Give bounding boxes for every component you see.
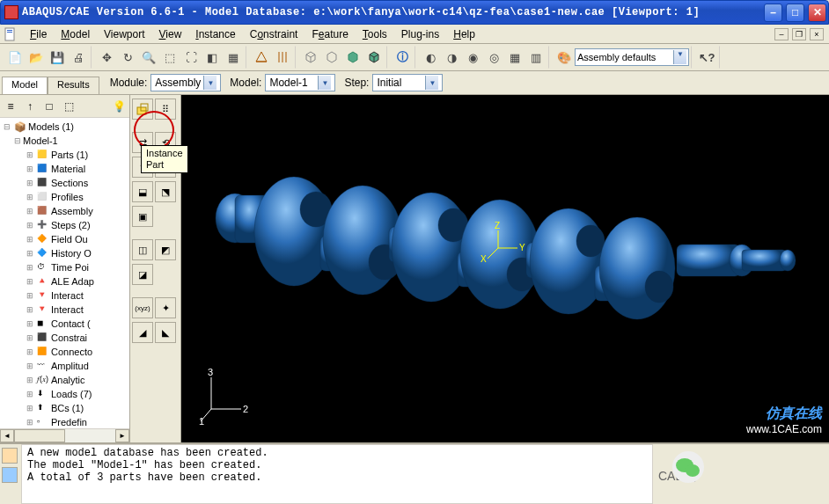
tree-item[interactable]: ⊞🟧Connecto	[0, 345, 129, 359]
tree-item[interactable]: ⊞▫Predefin	[0, 415, 129, 428]
tool-datum3[interactable]: ◢	[132, 322, 153, 343]
tool-merge[interactable]: ▣	[132, 206, 153, 227]
tab-model[interactable]: Model	[2, 77, 48, 94]
menu-file[interactable]: FFileile	[23, 26, 54, 42]
tree-item[interactable]: ⊞⏱Time Poi	[0, 260, 129, 274]
print-button[interactable]: 🖨	[69, 47, 88, 67]
msg-icon-2[interactable]	[2, 467, 18, 483]
tree-item[interactable]: ⊞➕Steps (2)	[0, 218, 129, 232]
zoom-button[interactable]: 🔍	[139, 47, 158, 67]
tool-datum-xyz[interactable]: (xyz)	[132, 297, 153, 318]
autoview-button[interactable]: ◧	[202, 47, 222, 67]
svg-point-20	[576, 225, 605, 257]
pan-button[interactable]: ✥	[97, 47, 116, 67]
tool-constraint2[interactable]: ⬓	[132, 181, 153, 202]
wire-button[interactable]	[301, 47, 320, 67]
minimize-button[interactable]: –	[764, 4, 782, 22]
svg-point-23	[645, 271, 673, 303]
svg-text:2: 2	[243, 404, 248, 414]
tool-constraint3[interactable]: ⬔	[155, 181, 176, 202]
vis3-button[interactable]: ◉	[463, 47, 482, 67]
info-button[interactable]: ⓘ	[392, 47, 412, 67]
open-button[interactable]: 📂	[26, 47, 46, 67]
app-icon	[4, 5, 18, 19]
tree-item[interactable]: ⊞⬛Sections	[0, 176, 129, 190]
close-button[interactable]: ✕	[808, 4, 826, 22]
mdi-restore[interactable]: ❐	[792, 28, 806, 40]
menu-view[interactable]: View	[152, 26, 189, 42]
menu-help[interactable]: Help	[446, 26, 482, 42]
module-combo[interactable]: Assembly▼	[150, 74, 221, 91]
rotate-button[interactable]: ↻	[118, 47, 137, 67]
menu-model[interactable]: Model	[54, 26, 97, 42]
tree-item[interactable]: ⊞🔶Field Ou	[0, 232, 129, 246]
tree-item[interactable]: ⊞◼Contact (	[0, 317, 129, 331]
main-area: ≡ ↑ □ ⬚ 💡 ⊟📦Models (1) ⊟Model-1 ⊞🟨Parts …	[0, 95, 829, 442]
vis4-button[interactable]: ◎	[484, 47, 503, 67]
tool-partition3[interactable]: ◪	[132, 264, 153, 285]
hidden-button[interactable]	[322, 47, 341, 67]
svg-rect-1	[7, 30, 12, 31]
model-tree[interactable]: ⊟📦Models (1) ⊟Model-1 ⊞🟨Parts (1)⊞🟦Mater…	[0, 118, 129, 428]
tree-item[interactable]: ⊞🟦Material	[0, 162, 129, 176]
render-combo[interactable]: Assembly defaults ▼	[575, 48, 689, 66]
menu-plugins[interactable]: Plug-ins	[394, 26, 446, 42]
menu-viewport[interactable]: Viewport	[97, 26, 151, 42]
svg-point-13	[392, 193, 471, 302]
tree-item[interactable]: ⊞⬛Constrai	[0, 331, 129, 345]
treebar-filter1[interactable]: ≡	[2, 98, 19, 115]
treebar-filter3[interactable]: □	[40, 98, 58, 115]
tree-item[interactable]: ⊞〰Amplitud	[0, 359, 129, 373]
treebar-filter4[interactable]: ⬚	[60, 98, 77, 115]
tool-partition2[interactable]: ◩	[155, 239, 176, 260]
tree-item[interactable]: ⊞🟫Assembly	[0, 204, 129, 218]
tool-datum-csys[interactable]: ✦	[155, 297, 176, 318]
tree-item[interactable]: ⊞🔺ALE Adap	[0, 274, 129, 289]
menu-instance[interactable]: Instance	[188, 26, 242, 42]
mdi-close[interactable]: ×	[810, 28, 824, 40]
save-button[interactable]: 💾	[48, 47, 67, 67]
persp-button[interactable]	[252, 47, 271, 67]
model-label: Model:	[230, 77, 261, 89]
tree-item[interactable]: ⊞⬇Loads (7)	[0, 387, 129, 401]
vis6-button[interactable]: ▥	[526, 47, 546, 67]
message-log[interactable]: A new model database has been created. T…	[21, 444, 653, 504]
tab-results[interactable]: Results	[48, 77, 99, 94]
mdi-minimize[interactable]: –	[774, 28, 789, 40]
menu-constraint[interactable]: Constraint	[243, 26, 305, 42]
shaded-button[interactable]	[343, 47, 363, 67]
tree-item[interactable]: ⊞𝑓(𝑥)Analytic	[0, 373, 129, 387]
tree-item[interactable]: ⊞🔻Interact	[0, 289, 129, 303]
vis1-button[interactable]: ◐	[421, 47, 440, 67]
parallel-button[interactable]	[273, 47, 292, 67]
tool-datum4[interactable]: ◣	[155, 322, 176, 343]
tree-item[interactable]: ⊞⬆BCs (1)	[0, 401, 129, 415]
tree-item[interactable]: ⊞🔷History O	[0, 246, 129, 260]
color-button[interactable]: 🎨	[554, 47, 574, 67]
shadedwire-button[interactable]	[364, 47, 384, 67]
tool-partition1[interactable]: ◫	[132, 239, 153, 260]
tree-item[interactable]: ⊞🔻Interact	[0, 303, 129, 317]
whatsthis-button[interactable]: ↖?	[697, 47, 716, 67]
menu-tools[interactable]: Tools	[356, 26, 394, 42]
vis2-button[interactable]: ◑	[442, 47, 461, 67]
menu-feature[interactable]: Feature	[304, 26, 355, 42]
tree-item[interactable]: ⊞⬜Profiles	[0, 190, 129, 204]
viewport[interactable]: Z Y X 3 2 1 仿真在线 www.1CAE.com	[181, 95, 829, 442]
tree-scrollbar[interactable]: ◄►	[0, 428, 129, 442]
render-combo-value: Assembly defaults	[577, 52, 656, 62]
fit-button[interactable]: ⛶	[181, 47, 201, 67]
crankshaft-render	[181, 95, 829, 442]
tree-item[interactable]: ⊞🟨Parts (1)	[0, 148, 129, 162]
main-toolbar: 📄 📂 💾 🖨 ✥ ↻ 🔍 ⬚ ⛶ ◧ ▦ ⓘ ◐ ◑ ◉ ◎ ▦ ▥ 🎨 As…	[0, 44, 829, 71]
maximize-button[interactable]: □	[786, 4, 804, 22]
model-combo[interactable]: Model-1▼	[265, 74, 335, 91]
boxzoom-button[interactable]: ⬚	[160, 47, 180, 67]
msg-icon-1[interactable]	[2, 448, 18, 464]
step-combo[interactable]: Initial▼	[372, 74, 443, 91]
new-button[interactable]: 📄	[5, 47, 25, 67]
vis5-button[interactable]: ▦	[505, 47, 525, 67]
treebar-filter2[interactable]: ↑	[21, 98, 39, 115]
cycle-button[interactable]: ▦	[224, 47, 243, 67]
treebar-tip[interactable]: 💡	[110, 98, 128, 115]
